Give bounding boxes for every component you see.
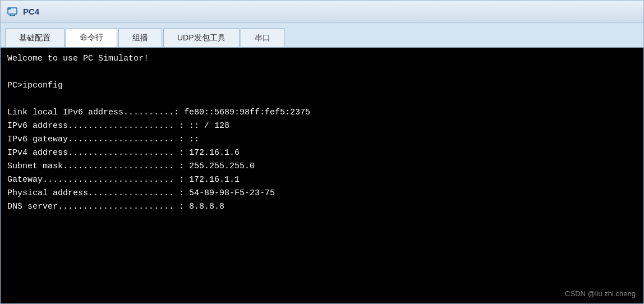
terminal-content: Welcome to use PC Simulator! PC>ipconfig… [7,52,637,214]
title-bar: PC4 [1,1,643,23]
tab-command-line[interactable]: 命令行 [66,28,117,47]
tab-udp-tool[interactable]: UDP发包工具 [163,28,240,47]
window-icon [6,6,19,18]
tab-basic-config[interactable]: 基础配置 [5,28,65,47]
tab-multicast[interactable]: 组播 [118,28,162,47]
main-window: PC4 基础配置 命令行 组播 UDP发包工具 串口 Welcome to us… [0,0,644,304]
tab-serial[interactable]: 串口 [241,28,284,47]
terminal[interactable]: Welcome to use PC Simulator! PC>ipconfig… [1,48,643,303]
tabs-bar: 基础配置 命令行 组播 UDP发包工具 串口 [1,23,643,48]
window-title: PC4 [23,7,39,16]
terminal-wrapper: Welcome to use PC Simulator! PC>ipconfig… [1,48,643,303]
